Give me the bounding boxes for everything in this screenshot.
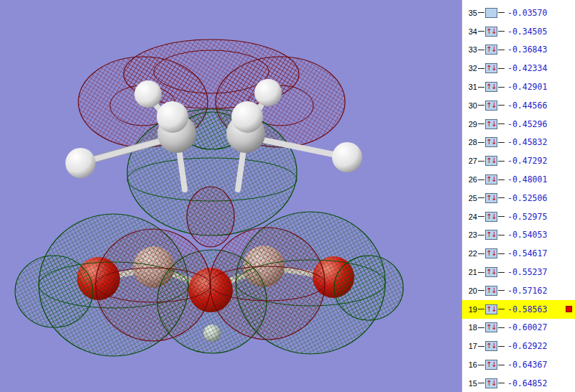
occupation-icon[interactable]: ↑↓ [485,119,497,129]
occupation-icon[interactable]: ↑↓ [485,286,497,296]
occupation-icon[interactable]: ↑↓ [485,230,497,240]
connector-line [498,87,505,88]
orbital-number: 20 [464,286,477,295]
orbital-energy: -0.54053 [507,230,547,240]
orbital-number: 22 [464,249,477,258]
connector-line [478,235,484,235]
spin-up-arrow-icon: ↑ [486,28,491,35]
occupation-icon[interactable]: ↑↓ [485,137,497,147]
connector-line [478,31,484,32]
occupation-icon[interactable]: ↑↓ [485,193,497,203]
orbital-number: 19 [464,305,477,314]
connector-line [478,383,484,383]
occupation-icon[interactable]: ↑↓ [485,174,497,185]
orbital-row[interactable]: 30 ↑↓ -0.44566 [462,96,575,115]
connector-line [478,142,484,143]
orbital-row[interactable]: 33 ↑↓ -0.36843 [462,41,575,60]
orbital-row[interactable]: 32 ↑↓ -0.42334 [462,59,575,78]
spin-down-arrow-icon: ↓ [491,139,496,146]
selected-orbital-marker [566,306,572,312]
orbital-energy: -0.42334 [507,63,547,73]
orbital-row[interactable]: 19 ↑↓ -0.58563 [462,300,575,319]
occupation-icon[interactable]: ↑↓ [485,304,497,314]
occupation-icon[interactable]: ↑↓ [485,101,497,111]
spin-down-arrow-icon: ↓ [491,269,496,276]
orbital-energy: -0.58563 [507,304,547,314]
orbital-row[interactable]: 31 ↑↓ -0.42901 [462,78,575,96]
orbital-row[interactable]: 22 ↑↓ -0.54617 [462,244,575,263]
orbital-number: 16 [464,360,477,369]
orbital-row[interactable]: 18 ↑↓ -0.60027 [462,319,575,337]
spin-down-arrow-icon: ↓ [491,380,496,387]
hydrogen-atom [65,148,96,178]
orbital-row[interactable]: 29 ↑↓ -0.45296 [462,115,575,134]
connector-line [498,272,505,273]
occupation-icon[interactable]: ↑↓ [485,267,497,277]
occupation-icon[interactable]: ↑↓ [485,378,497,388]
connector-line [478,290,484,291]
orbital-number: 31 [464,83,477,91]
orbital-row[interactable]: 28 ↑↓ -0.45832 [462,134,575,152]
orbital-number: 35 [464,9,477,17]
occupation-icon[interactable]: ↑↓ [485,322,497,332]
spin-down-arrow-icon: ↓ [491,361,496,368]
connector-line [498,105,505,106]
orbital-row[interactable]: 17 ↑↓ -0.62922 [462,337,575,355]
molecule-viewport[interactable] [0,0,461,392]
orbital-row[interactable]: 16 ↑↓ -0.64367 [462,355,575,374]
occupation-icon[interactable]: ↑↓ [485,45,497,55]
connector-line [498,327,505,328]
orbital-row[interactable]: 20 ↑↓ -0.57162 [462,281,575,300]
spin-up-arrow-icon: ↑ [486,102,491,109]
connector-line [498,235,505,235]
orbital-energy: -0.42901 [507,82,547,92]
spin-up-arrow-icon: ↑ [486,306,491,313]
orbital-energy: -0.47292 [507,156,547,166]
occupation-icon[interactable]: ↑↓ [485,8,497,18]
occupation-icon[interactable]: ↑↓ [485,27,497,37]
spin-down-arrow-icon: ↓ [491,121,496,128]
orbital-row[interactable]: 26 ↑↓ -0.48001 [462,170,575,189]
orbital-energy: -0.44566 [507,101,547,111]
orbital-row[interactable]: 27 ↑↓ -0.47292 [462,151,575,170]
occupation-icon[interactable]: ↑↓ [485,63,497,73]
orbital-row[interactable]: 23 ↑↓ -0.54053 [462,226,575,245]
orbital-number: 21 [464,268,477,276]
connector-line [478,123,484,124]
occupation-icon[interactable]: ↑↓ [485,156,497,166]
orbital-row[interactable]: 35 ↑↓ -0.03570 [462,4,575,22]
orbital-number: 24 [464,213,477,221]
connector-line [498,216,505,217]
occupation-icon[interactable]: ↑↓ [485,82,497,92]
connector-line [498,179,505,180]
orbital-row[interactable]: 24 ↑↓ -0.52975 [462,207,575,226]
orbital-number: 32 [464,64,477,73]
orbital-number: 18 [464,323,477,332]
orbital-list: 35 ↑↓ -0.03570 34 ↑↓ -0.34505 33 ↑↓ -0.3… [462,4,575,392]
connector-line [498,50,505,50]
spin-down-arrow-icon: ↓ [491,342,496,350]
orbital-energy: -0.57162 [507,286,547,296]
orbital-energy: -0.55237 [507,267,547,277]
orbital-number: 33 [464,45,477,54]
spin-down-arrow-icon: ↓ [491,28,496,35]
orbital-row[interactable]: 34 ↑↓ -0.34505 [462,22,575,41]
spin-down-arrow-icon: ↓ [491,306,496,313]
orbital-row[interactable]: 25 ↑↓ -0.52506 [462,189,575,207]
occupation-icon[interactable]: ↑↓ [485,341,497,351]
orbital-number: 15 [464,379,477,388]
spin-up-arrow-icon: ↑ [486,342,491,350]
occupation-icon[interactable]: ↑↓ [485,212,497,222]
orbital-energy: -0.45832 [507,137,547,147]
spin-up-arrow-icon: ↑ [486,139,491,146]
connector-line [478,253,484,254]
orbital-row[interactable]: 15 ↑↓ -0.64852 [462,374,575,392]
connector-line [498,253,505,254]
spin-down-arrow-icon: ↓ [491,65,496,72]
occupation-icon[interactable]: ↑↓ [485,360,497,370]
spin-down-arrow-icon: ↓ [491,250,496,257]
connector-line [498,346,505,347]
connector-line [478,272,484,273]
occupation-icon[interactable]: ↑↓ [485,248,497,258]
orbital-row[interactable]: 21 ↑↓ -0.55237 [462,263,575,281]
